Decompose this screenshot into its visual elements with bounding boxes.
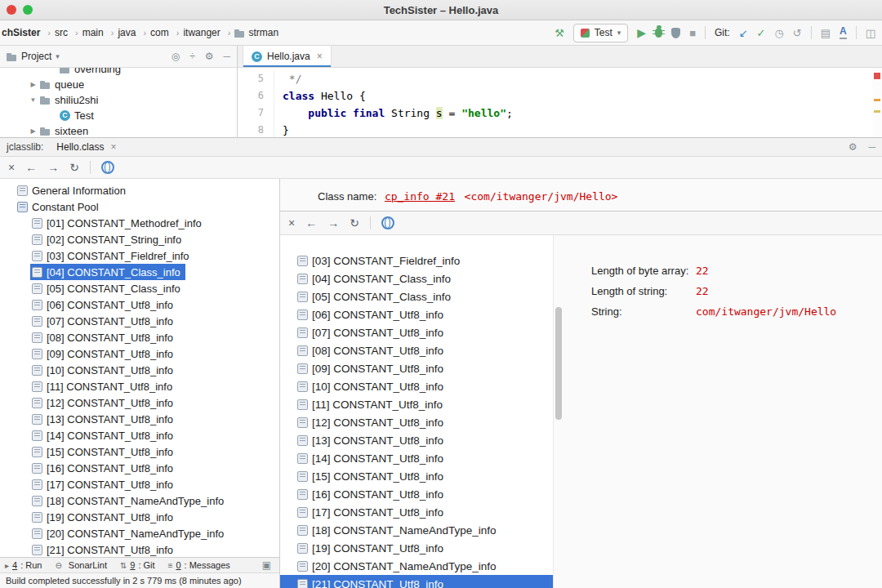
nested-tree-item[interactable]: [17] CONSTANT_Utf8_info bbox=[280, 503, 553, 521]
constant-pool-tree-item[interactable]: [19] CONSTANT_Utf8_info bbox=[0, 509, 279, 525]
breadcrumb-item[interactable]: com › bbox=[150, 27, 183, 38]
jclasslib-tab-hello-class[interactable]: Hello.class × bbox=[51, 138, 121, 156]
breadcrumb-item[interactable]: strman bbox=[234, 27, 290, 38]
close-window-button[interactable] bbox=[7, 5, 16, 15]
debug-button[interactable] bbox=[655, 28, 662, 38]
constant-pool-tree-item[interactable]: General Information bbox=[0, 182, 279, 198]
nested-tree-item[interactable]: [05] CONSTANT_Class_info bbox=[280, 287, 553, 305]
constant-pool-tree-item[interactable]: [18] CONSTANT_NameAndType_info bbox=[0, 492, 279, 509]
tool-window-button[interactable]: ▸ 4 : Run bbox=[5, 560, 42, 570]
translate-icon[interactable]: A bbox=[840, 26, 847, 38]
forward-icon[interactable]: → bbox=[47, 162, 59, 173]
build-hammer-icon[interactable]: ⚒ bbox=[555, 28, 564, 38]
scrollbar[interactable] bbox=[553, 235, 564, 588]
refresh-icon[interactable]: ↻ bbox=[69, 162, 79, 173]
error-stripe[interactable] bbox=[872, 68, 882, 137]
constant-pool-tree-item[interactable]: [17] CONSTANT_Utf8_info bbox=[0, 476, 279, 492]
breadcrumb-item[interactable]: chSister › bbox=[2, 27, 55, 38]
project-tree-item[interactable]: queue bbox=[0, 77, 237, 92]
breadcrumb-item[interactable]: main › bbox=[82, 27, 118, 38]
nested-tree-item[interactable]: [10] CONSTANT_Utf8_info bbox=[280, 377, 553, 395]
nested-tree-item[interactable]: [20] CONSTANT_NameAndType_info bbox=[280, 557, 553, 575]
code-line[interactable]: 5 */ bbox=[238, 70, 872, 87]
stop-button[interactable]: ■ bbox=[689, 28, 696, 38]
nested-tree-item[interactable]: [14] CONSTANT_Utf8_info bbox=[280, 449, 553, 467]
close-icon[interactable]: × bbox=[8, 162, 15, 173]
gear-icon[interactable]: ⚙ bbox=[849, 141, 858, 153]
refresh-icon[interactable]: ↻ bbox=[350, 217, 359, 229]
close-icon[interactable]: × bbox=[110, 141, 116, 153]
revert-icon[interactable]: ↺ bbox=[793, 28, 802, 38]
constant-pool-tree-item[interactable]: [02] CONSTANT_String_info bbox=[0, 231, 279, 247]
constant-pool-tree-item[interactable]: [03] CONSTANT_Fieldref_info bbox=[0, 247, 279, 264]
constant-pool-tree-item[interactable]: [06] CONSTANT_Utf8_info bbox=[0, 296, 279, 313]
forward-icon[interactable]: → bbox=[327, 217, 339, 229]
window-layout-icon[interactable]: ◫ bbox=[866, 28, 875, 38]
run-button[interactable]: ▶ bbox=[637, 27, 646, 38]
close-icon[interactable]: × bbox=[288, 217, 295, 229]
code-line[interactable]: 7 public final String s = "hello"; bbox=[238, 105, 872, 122]
constant-pool-tree-item[interactable]: [01] CONSTANT_Methodref_info bbox=[0, 215, 279, 231]
nested-tree-item[interactable]: [04] CONSTANT_Class_info bbox=[280, 270, 553, 287]
back-icon[interactable]: ← bbox=[305, 217, 317, 229]
constant-pool-tree-item[interactable]: [13] CONSTANT_Utf8_info bbox=[0, 411, 279, 427]
editor-tab-hello-java[interactable]: Hello.java × bbox=[243, 46, 332, 67]
zoom-window-button[interactable] bbox=[23, 5, 33, 15]
nested-tree-item[interactable]: [19] CONSTANT_Utf8_info bbox=[280, 539, 553, 557]
nested-tree-item[interactable]: [06] CONSTANT_Utf8_info bbox=[280, 305, 553, 323]
constant-pool-tree-item[interactable]: [20] CONSTANT_NameAndType_info bbox=[0, 525, 279, 541]
history-clock-icon[interactable]: ◷ bbox=[774, 28, 783, 38]
collapse-all-icon[interactable]: ÷ bbox=[189, 51, 195, 62]
coverage-button[interactable] bbox=[671, 28, 680, 38]
line-number[interactable]: 7 bbox=[238, 105, 274, 122]
nested-tree-item[interactable]: [18] CONSTANT_NameAndType_info bbox=[280, 521, 553, 539]
nested-tree-item[interactable]: [16] CONSTANT_Utf8_info bbox=[280, 485, 553, 503]
constant-pool-tree-item[interactable]: [15] CONSTANT_Utf8_info bbox=[0, 443, 279, 460]
nested-tree-item[interactable]: [21] CONSTANT_Utf8_info bbox=[280, 575, 553, 588]
locate-icon[interactable]: ◎ bbox=[172, 51, 180, 62]
constant-pool-tree-item[interactable]: [12] CONSTANT_Utf8_info bbox=[0, 394, 279, 411]
browser-globe-icon[interactable] bbox=[381, 216, 394, 229]
breadcrumb-item[interactable]: src › bbox=[55, 27, 82, 38]
line-number[interactable]: 8 bbox=[238, 122, 274, 137]
constant-pool-tree-item[interactable]: [14] CONSTANT_Utf8_info bbox=[0, 427, 279, 443]
nested-tree-item[interactable]: [12] CONSTANT_Utf8_info bbox=[280, 413, 553, 431]
hide-panel-icon[interactable]: ─ bbox=[868, 141, 875, 153]
nested-tree-item[interactable]: [15] CONSTANT_Utf8_info bbox=[280, 467, 553, 485]
nested-tree-item[interactable]: [11] CONSTANT_Utf8_info bbox=[280, 395, 553, 413]
code-line[interactable]: 6class Hello { bbox=[238, 87, 872, 105]
constant-pool-tree-item[interactable]: [21] CONSTANT_Utf8_info bbox=[0, 541, 279, 557]
constant-pool-tree-item[interactable]: Constant Pool bbox=[0, 198, 279, 215]
run-config-select[interactable]: Test ▾ bbox=[573, 24, 629, 42]
back-icon[interactable]: ← bbox=[25, 162, 37, 173]
nested-tree-item[interactable]: [08] CONSTANT_Utf8_info bbox=[280, 341, 553, 359]
constant-pool-tree-item[interactable]: [04] CONSTANT_Class_info bbox=[0, 264, 279, 280]
nested-tree-item[interactable]: [13] CONSTANT_Utf8_info bbox=[280, 431, 553, 449]
project-tab[interactable]: Project ▾ bbox=[7, 51, 60, 62]
project-tree-item[interactable]: shiliu2shi bbox=[0, 92, 237, 108]
nested-tree-item[interactable]: [03] CONSTANT_Fieldref_info bbox=[280, 252, 553, 270]
hide-panel-icon[interactable]: ─ bbox=[223, 51, 230, 62]
constant-pool-tree-item[interactable]: [11] CONSTANT_Utf8_info bbox=[0, 378, 279, 394]
browser-globe-icon[interactable] bbox=[101, 161, 114, 174]
scrollbar-thumb[interactable] bbox=[555, 307, 562, 420]
nested-tree-item[interactable]: [09] CONSTANT_Utf8_info bbox=[280, 359, 553, 377]
tool-window-button[interactable]: ⇅ 9 : Git bbox=[120, 560, 155, 570]
nested-tree-item[interactable]: [07] CONSTANT_Utf8_info bbox=[280, 323, 553, 341]
warning-stripe-mark[interactable] bbox=[874, 110, 880, 113]
event-log-icon[interactable]: ▣ bbox=[262, 559, 271, 571]
constant-pool-tree-item[interactable]: [08] CONSTANT_Utf8_info bbox=[0, 329, 279, 345]
code-line[interactable]: 8} bbox=[238, 122, 872, 137]
constant-pool-tree-item[interactable]: [05] CONSTANT_Class_info bbox=[0, 280, 279, 296]
tool-window-button[interactable]: ≡ 0 : Messages bbox=[168, 560, 230, 570]
line-number[interactable]: 5 bbox=[238, 70, 274, 87]
line-number[interactable]: 6 bbox=[238, 87, 274, 105]
structure-icon[interactable]: ▤ bbox=[821, 28, 831, 38]
constant-pool-tree-item[interactable]: [10] CONSTANT_Utf8_info bbox=[0, 362, 279, 378]
project-tree-item[interactable]: sixteen bbox=[0, 123, 237, 137]
git-update-icon[interactable]: ↙ bbox=[739, 28, 748, 38]
constant-pool-tree-item[interactable]: [09] CONSTANT_Utf8_info bbox=[0, 345, 279, 362]
constant-pool-tree-item[interactable]: [16] CONSTANT_Utf8_info bbox=[0, 460, 279, 476]
project-tree-item[interactable]: Test bbox=[0, 108, 237, 123]
gear-icon[interactable]: ⚙ bbox=[205, 51, 214, 62]
